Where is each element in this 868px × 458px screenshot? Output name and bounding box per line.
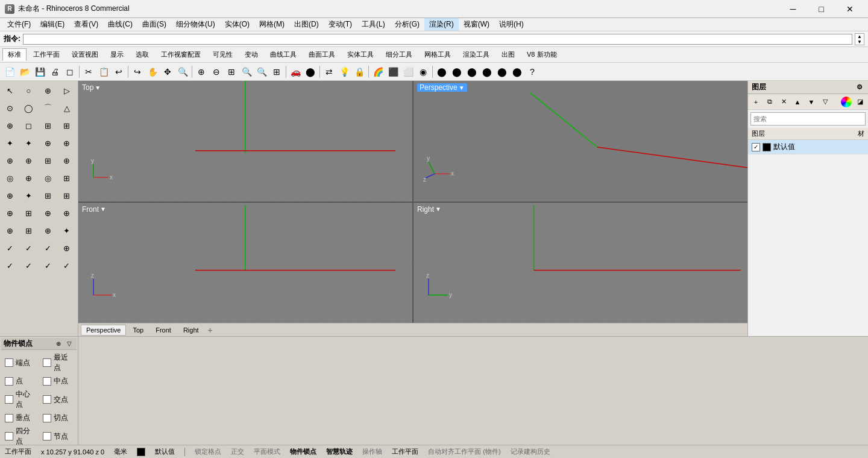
left-icon-23[interactable]: ⊞ [58,170,75,186]
left-icon-34[interactable]: ⊕ [39,222,56,239]
left-icon-42[interactable]: ✓ [39,257,56,274]
vp-tab-add[interactable]: + [206,324,215,336]
snap-filter-icon[interactable]: ▽ [64,339,74,349]
front-viewport-label[interactable]: Front ▼ [82,205,106,214]
toolbar-icon-25[interactable]: ⬜ [401,65,415,79]
toolbar-icon-26[interactable]: ◉ [416,65,430,79]
viewport-front[interactable]: Front ▼ x z [78,203,412,323]
layer-up-icon[interactable]: ▲ [791,96,804,108]
left-icon-12[interactable]: ✦ [1,135,18,151]
toolbar-icon-5[interactable]: ✂ [81,65,96,79]
snap-check-0[interactable] [5,358,13,367]
snap-check-5[interactable] [43,395,51,404]
perspective-viewport-label[interactable]: Perspective ▼ [417,83,467,92]
left-icon-43[interactable]: ✓ [58,257,75,274]
toolbar-icon-8[interactable]: ↪ [130,65,145,79]
toolbar-icon-24[interactable]: ⬛ [386,65,400,79]
toolbar-tab-14[interactable]: 出图 [496,48,520,61]
toolbar-icon-14[interactable]: ⊞ [224,65,239,79]
toolbar-tab-15[interactable]: V8 新功能 [521,48,562,61]
menu-item-11[interactable]: 分析(G) [390,18,424,31]
close-button[interactable]: ✕ [836,0,863,18]
layer-new-icon[interactable]: + [749,96,763,108]
maximize-button[interactable]: □ [808,0,835,18]
left-icon-36[interactable]: ✓ [1,240,18,256]
toolbar-icon-16[interactable]: 🔍 [254,65,269,79]
minimize-button[interactable]: ─ [779,0,807,18]
left-icon-4[interactable]: ⊙ [1,100,18,116]
menu-item-12[interactable]: 渲染(R) [424,18,459,31]
snap-check-1[interactable] [43,358,51,367]
left-icon-29[interactable]: ⊞ [20,205,37,221]
left-icon-26[interactable]: ⊞ [39,187,56,204]
left-icon-0[interactable]: ↖ [1,82,18,99]
toolbar-tab-6[interactable]: 可见性 [207,48,238,61]
left-icon-14[interactable]: ⊕ [39,135,56,151]
left-icon-39[interactable]: ⊕ [58,240,75,256]
snap-check-7[interactable] [43,414,51,422]
toolbar-icon-6[interactable]: 📋 [96,65,111,79]
viewport-perspective[interactable]: Perspective ▼ x y z [414,81,747,202]
left-icon-22[interactable]: ◎ [39,170,56,186]
left-icon-9[interactable]: ◻ [20,117,37,134]
menu-item-7[interactable]: 网格(M) [254,18,289,31]
snap-item-6[interactable]: 垂点 [1,412,39,424]
toolbar-icon-31[interactable]: ⬤ [495,65,509,79]
toolbar-icon-17[interactable]: ⊞ [269,65,284,79]
status-obj-snap[interactable]: 物件锁点 [290,447,316,456]
snap-item-7[interactable]: 切点 [39,412,77,424]
toolbar-tab-2[interactable]: 设置视图 [66,48,104,61]
layer-delete-icon[interactable]: ✕ [777,96,790,108]
left-icon-27[interactable]: ⊞ [58,187,75,204]
menu-item-2[interactable]: 查看(V) [69,18,103,31]
left-icon-32[interactable]: ⊕ [1,222,18,239]
toolbar-tab-0[interactable]: 标准 [2,48,27,61]
left-icon-20[interactable]: ◎ [1,170,18,186]
menu-item-13[interactable]: 视窗(W) [459,18,494,31]
left-icon-25[interactable]: ✦ [20,187,37,204]
menu-item-1[interactable]: 编辑(E) [36,18,69,31]
snap-item-4[interactable]: 中心点 [1,388,39,411]
left-icon-24[interactable]: ⊕ [1,187,18,204]
right-viewport-label[interactable]: Right ▼ [417,205,441,214]
menu-item-8[interactable]: 出图(D) [289,18,324,31]
snap-item-5[interactable]: 交点 [39,388,77,411]
left-icon-11[interactable]: ⊞ [58,117,75,134]
left-icon-30[interactable]: ⊕ [39,205,56,221]
left-icon-18[interactable]: ⊞ [39,152,56,169]
snap-item-2[interactable]: 点 [1,375,39,387]
menu-item-14[interactable]: 说明(H) [494,18,529,31]
left-icon-31[interactable]: ⊕ [58,205,75,221]
front-dropdown-icon[interactable]: ▼ [100,206,106,212]
toolbar-tab-8[interactable]: 曲线工具 [265,48,302,61]
left-icon-35[interactable]: ✦ [58,222,75,239]
left-icon-28[interactable]: ⊕ [1,205,18,221]
left-icon-8[interactable]: ⊕ [1,117,18,134]
snap-check-4[interactable] [5,395,13,404]
menu-item-10[interactable]: 工具(L) [357,18,390,31]
left-icon-40[interactable]: ✓ [1,257,18,274]
toolbar-icon-0[interactable]: 📄 [2,65,17,79]
vp-tab-top[interactable]: Top [127,325,149,336]
snap-add-icon[interactable]: ⊕ [54,339,63,349]
snap-item-1[interactable]: 最近点 [39,351,77,374]
toolbar-icon-10[interactable]: ✥ [160,65,175,79]
left-icon-16[interactable]: ⊕ [1,152,18,169]
top-dropdown-icon[interactable]: ▼ [95,84,101,91]
toolbar-icon-33[interactable]: ? [525,65,539,79]
status-record-history[interactable]: 记录建构历史 [511,447,550,456]
menu-item-3[interactable]: 曲线(C) [103,18,137,31]
left-icon-21[interactable]: ⊕ [20,170,37,186]
left-icon-5[interactable]: ◯ [20,100,37,116]
menu-item-0[interactable]: 文件(F) [2,18,36,31]
command-scroll[interactable]: ▲ ▼ [855,33,864,45]
toolbar-icon-27[interactable]: ⬤ [435,65,449,79]
layer-filter-icon[interactable]: ▽ [819,96,832,108]
status-work-plane-item[interactable]: 工作平面 [392,447,418,456]
toolbar-tab-13[interactable]: 渲染工具 [458,48,495,61]
toolbar-icon-21[interactable]: 💡 [337,65,351,79]
left-icon-17[interactable]: ⊕ [20,152,37,169]
toolbar-icon-22[interactable]: 🔒 [352,65,366,79]
status-smart-track[interactable]: 智慧轨迹 [326,447,353,456]
toolbar-icon-28[interactable]: ⬤ [450,65,464,79]
